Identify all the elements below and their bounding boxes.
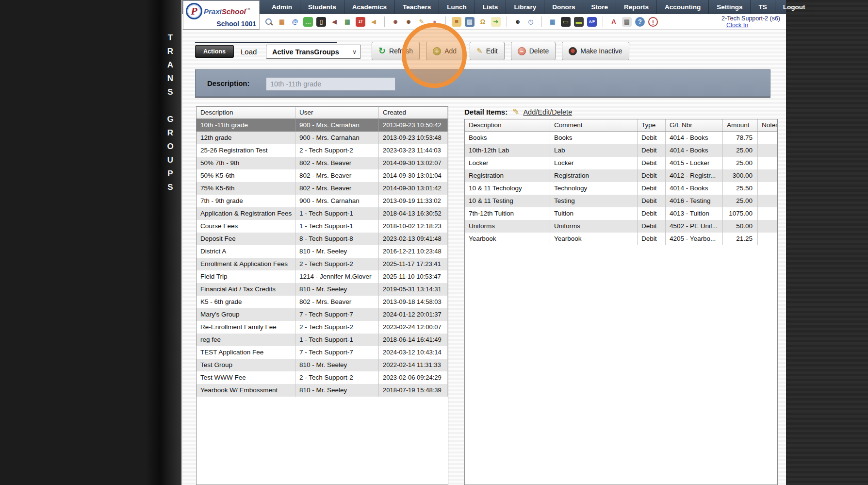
nav-item-admin[interactable]: Admin	[264, 0, 300, 14]
table-row[interactable]: K5 - 6th grade802 - Mrs. Beaver2013-09-1…	[197, 296, 448, 308]
table-row[interactable]: Test Group810 - Mr. Seeley2022-02-14 11:…	[197, 359, 448, 371]
table-row[interactable]: Test WWW Fee2 - Tech Support-22023-02-06…	[197, 371, 448, 384]
column-header-created[interactable]: Created	[379, 107, 448, 118]
table-row[interactable]: Yearbook W/ Embossment810 - Mr. Seeley20…	[197, 384, 448, 397]
cell: 4014 - Books	[666, 144, 723, 157]
nav-item-donors[interactable]: Donors	[544, 0, 583, 14]
schedule-grid-icon[interactable]: ▦	[277, 17, 287, 27]
table-row[interactable]: Field Trip1214 - Jennifer M.Glover2025-1…	[197, 270, 448, 283]
shutdown-icon[interactable]: !	[648, 17, 658, 27]
megaphone-icon[interactable]: ◀	[369, 17, 378, 27]
table-row[interactable]: Re-Enrollment Family Fee2 - Tech Support…	[197, 321, 448, 334]
column-header-type[interactable]: Type	[638, 119, 666, 131]
pdf-icon[interactable]: A	[609, 17, 619, 27]
speaker-icon[interactable]: ◀	[329, 17, 339, 27]
nav-item-library[interactable]: Library	[506, 0, 544, 14]
table-row[interactable]: BooksBooksDebit4014 - Books78.75	[465, 132, 777, 144]
table-row[interactable]: LockerLockerDebit4015 - Locker25.00	[465, 157, 777, 169]
table-row[interactable]: 25-26 Registration Test2 - Tech Support-…	[197, 144, 448, 157]
table-row[interactable]: Enrollment & Application Fees2 - Tech Su…	[197, 258, 448, 270]
table-row[interactable]: 10 & 11 TechologyTechnologyDebit4014 - B…	[465, 182, 777, 195]
email-icon[interactable]: @	[290, 17, 300, 27]
make-inactive-button[interactable]: Make Inactive	[562, 42, 629, 60]
cell: 2022-02-14 11:31:33	[379, 359, 448, 371]
id-card-icon[interactable]: ▭	[561, 17, 571, 27]
table-row[interactable]: Mary's Group7 - Tech Support-72024-01-12…	[197, 308, 448, 321]
column-header-notes[interactable]: Notes	[758, 119, 777, 131]
table-row[interactable]: YearbookYearbookDebit4205 - Yearbo...21.…	[465, 233, 777, 245]
calendar-icon[interactable]: ▦	[343, 17, 352, 27]
add-button[interactable]: +Add	[426, 42, 463, 60]
nav-item-accounting[interactable]: Accounting	[657, 0, 709, 14]
table-row[interactable]: 10 & 11 TestingTestingDebit4016 - Testin…	[465, 195, 777, 207]
actions-button[interactable]: Actions	[195, 45, 234, 58]
clock-in-link[interactable]: Clock In	[726, 22, 748, 29]
binder-icon[interactable]: ▤	[465, 17, 475, 27]
delete-button[interactable]: −Delete	[511, 42, 556, 60]
table-row[interactable]: 12th grade900 - Mrs. Carnahan2013-09-23 …	[197, 132, 448, 144]
column-header-g-l-nbr[interactable]: G/L Nbr	[666, 119, 723, 131]
column-header-description[interactable]: Description	[197, 107, 295, 118]
cell: 10th -11th grade	[197, 119, 295, 132]
chat-icon[interactable]: …	[303, 17, 313, 27]
refresh-button[interactable]: ↻Refresh	[372, 42, 420, 60]
printer-icon[interactable]: ▤	[622, 17, 632, 27]
nav-item-students[interactable]: Students	[300, 0, 344, 14]
load-label: Load	[241, 48, 257, 56]
transgroups-select[interactable]: Active TransGroups ∨	[266, 45, 361, 59]
check-print-icon[interactable]: ▬	[574, 17, 584, 27]
add-student-icon[interactable]: ☻	[391, 17, 400, 27]
table-row[interactable]: 7th - 9th grade900 - Mrs. Carnahan2013-0…	[197, 195, 448, 207]
table-row[interactable]: TEST Application Fee7 - Tech Support-720…	[197, 346, 448, 359]
search-icon[interactable]	[264, 17, 274, 27]
table-row[interactable]: 75% K5-6th802 - Mrs. Beaver2014-09-30 13…	[197, 182, 448, 195]
column-header-user[interactable]: User	[295, 107, 379, 118]
table-row[interactable]: Financial Aid / Tax Credits810 - Mr. See…	[197, 283, 448, 296]
nav-item-lists[interactable]: Lists	[475, 0, 507, 14]
table-row[interactable]: District A810 - Mr. Seeley2016-12-21 10:…	[197, 245, 448, 258]
add-edit-delete-link[interactable]: Add/Edit/Delete	[523, 108, 572, 116]
clock-icon[interactable]: ◷	[526, 17, 536, 27]
supplies-icon[interactable]: ✎	[417, 17, 426, 27]
table-row[interactable]: Course Fees1 - Tech Support-12018-10-02 …	[197, 220, 448, 233]
description-input[interactable]	[266, 77, 395, 91]
nav-item-reports[interactable]: Reports	[616, 0, 657, 14]
cell: 1075.00	[723, 207, 758, 220]
phone-icon[interactable]: ▯	[316, 17, 326, 27]
edit-button[interactable]: ✎Edit	[470, 42, 505, 60]
nav-item-academics[interactable]: Academics	[344, 0, 395, 14]
ap-icon[interactable]: A/P	[587, 17, 597, 27]
nav-item-store[interactable]: Store	[583, 0, 616, 14]
treats-icon[interactable]: ●	[430, 17, 440, 27]
table-row[interactable]: Application & Registration Fees1 - Tech …	[197, 207, 448, 220]
help-icon[interactable]: ?	[635, 17, 645, 27]
table-row[interactable]: RegistrationRegistrationDebit4012 - Regi…	[465, 169, 777, 182]
nav-item-teachers[interactable]: Teachers	[395, 0, 439, 14]
detail-items-header: Detail Items: ✎ Add/Edit/Delete	[464, 107, 572, 117]
table-row[interactable]: 10th-12th LabLabDebit4014 - Books25.00	[465, 144, 777, 157]
lunch-icon[interactable]: ≡	[452, 17, 461, 27]
table-row[interactable]: UniformsUniformsDebit4502 - PE Unif...50…	[465, 220, 777, 233]
spreadsheet-icon[interactable]: ▦	[548, 17, 557, 27]
table-row[interactable]: Deposit Fee8 - Tech Support-82023-02-13 …	[197, 233, 448, 245]
nav-item-settings[interactable]: Settings	[709, 0, 751, 14]
table-row[interactable]: reg fee1 - Tech Support-12018-06-14 16:4…	[197, 334, 448, 346]
column-header-comment[interactable]: Comment	[550, 119, 638, 131]
column-header-amount[interactable]: Amount	[723, 119, 758, 131]
student-icon[interactable]: ☻	[404, 17, 413, 27]
app-logo: P PraxiSchoolTM School 1001	[183, 0, 260, 30]
calendar-date-icon[interactable]: 17	[356, 17, 365, 27]
table-row[interactable]: 10th -11th grade900 - Mrs. Carnahan2013-…	[197, 119, 448, 132]
table-row[interactable]: 50% 7th - 9th802 - Mrs. Beaver2014-09-30…	[197, 157, 448, 169]
send-note-icon[interactable]: ➔	[491, 17, 501, 27]
table-row[interactable]: 50% K5-6th802 - Mrs. Beaver2014-09-30 13…	[197, 169, 448, 182]
nav-item-logout[interactable]: Logout	[775, 0, 814, 14]
bell-icon[interactable]: Ω	[478, 17, 488, 27]
toolbar-separator	[384, 17, 385, 27]
column-header-description[interactable]: Description	[465, 119, 550, 131]
table-row[interactable]: 7th-12th TuitionTuitionDebit4013 - Tuiti…	[465, 207, 777, 220]
cell: 802 - Mrs. Beaver	[295, 182, 379, 195]
nav-item-ts[interactable]: TS	[751, 0, 775, 14]
nav-item-lunch[interactable]: Lunch	[439, 0, 475, 14]
staff-icon[interactable]: ☻	[513, 17, 523, 27]
